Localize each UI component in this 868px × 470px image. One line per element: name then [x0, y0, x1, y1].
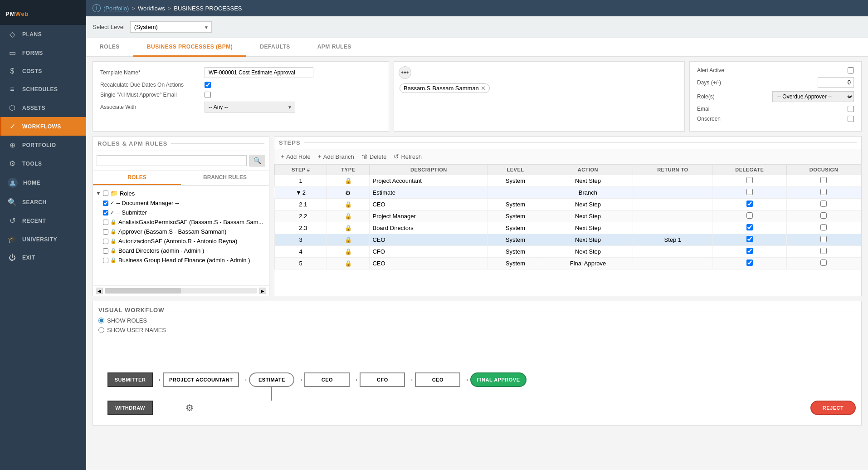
scroll-left-button[interactable]: ◀	[96, 288, 103, 294]
show-roles-radio[interactable]	[98, 318, 104, 323]
days-input[interactable]	[818, 77, 854, 88]
step-number: 4	[275, 246, 327, 258]
portfolio-link[interactable]: (Portfolio)	[103, 5, 129, 12]
step-level: System	[488, 258, 543, 269]
step-return	[633, 175, 712, 187]
roles-tab-branch[interactable]: BRANCH RULES	[181, 171, 269, 185]
sidebar-item-assets[interactable]: ⬡ ASSETS	[0, 98, 86, 117]
step-delegate[interactable]	[712, 258, 787, 269]
sidebar-item-university[interactable]: 🎓 UNIVERSITY	[0, 230, 86, 249]
step-docusign[interactable]	[786, 246, 861, 258]
step-docusign[interactable]	[786, 222, 861, 234]
step-delegate[interactable]	[712, 234, 787, 246]
level-select[interactable]: (System)	[130, 21, 212, 33]
sidebar-item-plans[interactable]: ◇ PLANS	[0, 25, 86, 44]
step-docusign[interactable]	[786, 211, 861, 222]
sidebar-item-costs[interactable]: $ COSTS	[0, 62, 86, 80]
arrow-icon: →	[153, 375, 163, 385]
sidebar-item-tools[interactable]: ⚙ TOOLS	[0, 154, 86, 173]
arrow-icon: →	[239, 375, 249, 385]
alert-active-checkbox[interactable]	[848, 67, 854, 73]
template-name-label: Template Name*	[100, 69, 200, 76]
tab-apm[interactable]: APM RULES	[304, 38, 365, 57]
sidebar-item-portfolio[interactable]: ⊕ PORTFOLIO	[0, 136, 86, 154]
recipients-dots-button[interactable]: •••	[399, 66, 411, 79]
list-item: 🔒 Business Group Head of Finance (admin …	[96, 255, 266, 265]
roles-section-header: ROLES & APM RULES	[98, 140, 167, 147]
step-delegate[interactable]	[712, 187, 787, 199]
email-row: Email	[697, 106, 854, 112]
refresh-button[interactable]: ↺ Refresh	[391, 152, 424, 161]
sidebar-item-label: FORMS	[22, 50, 43, 56]
email-label: Email	[697, 106, 711, 112]
roles-steps-area: ROLES & APM RULES 🔍 ROLES BRANCH RULES ▼	[93, 136, 862, 296]
email-checkbox[interactable]	[848, 106, 854, 112]
tag-close-button[interactable]: ✕	[481, 85, 486, 92]
recent-icon: ↺	[8, 216, 17, 225]
roles-search-input[interactable]	[97, 155, 247, 166]
onscreen-checkbox[interactable]	[848, 116, 854, 122]
show-users-radio[interactable]	[98, 327, 104, 333]
list-item: 🔒 Board Directors (admin - Admin )	[96, 246, 266, 255]
step-description: Project Accountant	[370, 175, 488, 187]
step-docusign[interactable]	[786, 199, 861, 211]
recalculate-checkbox[interactable]	[205, 82, 211, 88]
sidebar-item-label: PORTFOLIO	[22, 142, 56, 148]
sidebar-item-forms[interactable]: ▭ FORMS	[0, 44, 86, 62]
step-level: System	[488, 175, 543, 187]
steps-table: STEP # TYPE DESCRIPTION LEVEL ACTION RET…	[274, 164, 861, 269]
step-docusign[interactable]	[786, 187, 861, 199]
sidebar-item-home[interactable]: HOME	[0, 173, 86, 193]
tab-bpm[interactable]: BUSINESS PROCESSES (BPM)	[133, 38, 246, 57]
folder-icon: 📁	[110, 190, 118, 197]
add-branch-label: Add Branch	[323, 153, 354, 160]
step-docusign[interactable]	[786, 175, 861, 187]
recipient-full-name: Bassam Samman	[432, 85, 479, 92]
sidebar-item-schedules[interactable]: ≡ SCHEDULES	[0, 80, 86, 98]
lock-icon: 🔒	[110, 229, 117, 235]
step-delegate[interactable]	[712, 211, 787, 222]
add-role-button[interactable]: + Add Role	[278, 152, 313, 161]
expand-icon[interactable]: ▼	[296, 189, 302, 196]
sidebar-item-search[interactable]: 🔍 SEARCH	[0, 193, 86, 211]
show-users-label: SHOW USER NAMES	[107, 327, 166, 333]
sidebar-item-exit[interactable]: ⏻ EXIT	[0, 249, 86, 267]
roles-search-button[interactable]: 🔍	[249, 155, 265, 166]
step-description: CEO	[370, 258, 488, 269]
lock-icon: 🔒	[110, 257, 117, 263]
single-email-checkbox[interactable]	[205, 92, 211, 98]
scroll-right-button[interactable]: ▶	[259, 288, 266, 294]
show-roles-row: SHOW ROLES	[98, 317, 856, 324]
step-delegate[interactable]	[712, 199, 787, 211]
overdue-approver-select[interactable]: -- Overdue Approver --	[772, 91, 854, 102]
sidebar-item-label: WORKFLOWS	[22, 123, 61, 130]
roles-tab-roles[interactable]: ROLES	[93, 171, 181, 185]
sidebar: PMWeb ◇ PLANS ▭ FORMS $ COSTS ≡ SCHEDULE…	[0, 0, 86, 470]
recipient-short-name: Bassam.S	[404, 85, 430, 92]
recipient-tag-bassam: Bassam.S Bassam Samman ✕	[400, 83, 490, 93]
step-docusign[interactable]	[786, 234, 861, 246]
step-action: Final Approve	[543, 258, 633, 269]
associate-select[interactable]: -- Any --	[205, 102, 295, 113]
lock-icon: 🔒	[110, 248, 117, 254]
add-branch-button[interactable]: + Add Branch	[315, 152, 357, 161]
content-area: Template Name* Recalculate Due Dates On …	[86, 57, 868, 470]
step-return	[633, 199, 712, 211]
col-step: STEP #	[275, 165, 327, 175]
sidebar-item-recent[interactable]: ↺ RECENT	[0, 211, 86, 230]
assets-icon: ⬡	[8, 103, 17, 112]
tab-roles[interactable]: ROLES	[86, 38, 133, 57]
roles-row: Role(s) -- Overdue Approver --	[697, 91, 854, 102]
step-delegate[interactable]	[712, 175, 787, 187]
sidebar-item-label: PLANS	[22, 31, 42, 38]
sidebar-nav: ◇ PLANS ▭ FORMS $ COSTS ≡ SCHEDULES ⬡ AS…	[0, 25, 86, 470]
template-name-input[interactable]	[205, 67, 313, 78]
step-action: Next Step	[543, 246, 633, 258]
delete-button[interactable]: 🗑 Delete	[359, 152, 390, 161]
step-delegate[interactable]	[712, 246, 787, 258]
step-delegate[interactable]	[712, 222, 787, 234]
sidebar-item-workflows[interactable]: ✓ WORKFLOWS	[0, 117, 86, 136]
tab-defaults[interactable]: DEFAULTS	[246, 38, 303, 57]
info-icon[interactable]: i	[93, 4, 101, 12]
step-docusign[interactable]	[786, 258, 861, 269]
